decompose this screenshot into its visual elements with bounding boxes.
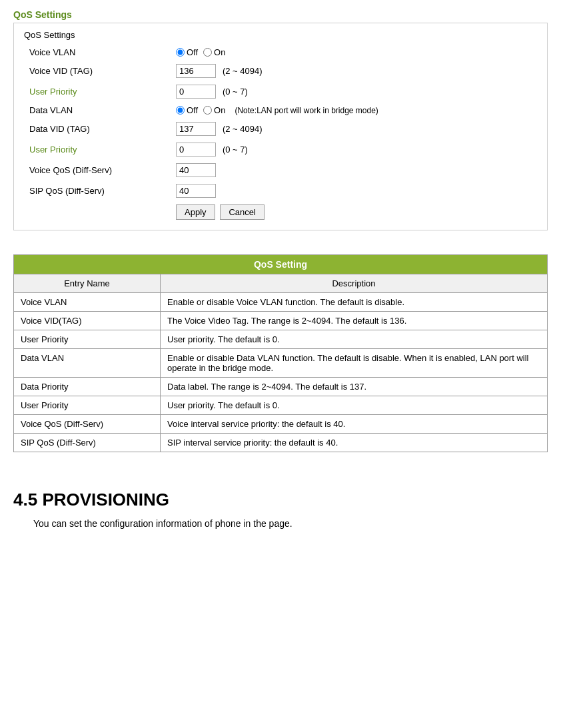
ref-entry-name: Data VLAN: [14, 349, 161, 378]
ref-entry-desc: Data label. The range is 2~4094. The def…: [161, 378, 548, 396]
table-row: Voice QoS (Diff-Serv): [24, 160, 537, 181]
ref-entry-name: Voice VLAN: [14, 293, 161, 312]
cancel-button[interactable]: Cancel: [220, 204, 264, 220]
ref-entry-name: Data Priority: [14, 378, 161, 396]
voice-vlan-on-radio[interactable]: [203, 48, 212, 57]
user-priority-2-input[interactable]: [176, 143, 216, 157]
user-priority-1-input[interactable]: [176, 85, 216, 99]
voice-vlan-off-label[interactable]: Off: [176, 47, 198, 57]
sip-qos-input[interactable]: [176, 184, 216, 198]
qos-form-table: Voice VLAN Off On Voice VID (TAG): [24, 44, 537, 223]
data-vlan-on-radio[interactable]: [203, 106, 212, 115]
sip-qos-label: SIP QoS (Diff-Serv): [24, 181, 171, 201]
qos-box-label: QoS Settings: [24, 30, 537, 40]
ref-entry-desc: The Voice Video Tag. The range is 2~4094…: [161, 312, 548, 330]
ref-col2-header: Description: [161, 274, 548, 293]
ref-entry-name: User Priority: [14, 396, 161, 415]
voice-vid-control: (2 ~ 4094): [171, 61, 537, 81]
ref-entry-desc: Enable or disable Voice VLAN function. T…: [161, 293, 548, 312]
user-priority-1-label: User Priority: [24, 81, 171, 102]
ref-entry-desc: SIP interval service priority: the defau…: [161, 434, 548, 452]
voice-vid-hint: (2 ~ 4094): [223, 66, 263, 76]
voice-qos-control: [171, 160, 537, 181]
section-body-text: You can set the configuration informatio…: [33, 518, 548, 529]
ref-entry-desc: User priority. The default is 0.: [161, 330, 548, 349]
voice-qos-label: Voice QoS (Diff-Serv): [24, 160, 171, 181]
table-row: Voice VID(TAG)The Voice Video Tag. The r…: [14, 312, 548, 330]
data-vlan-note: (Note:LAN port will work in bridge mode): [235, 106, 378, 115]
user-priority-2-label: User Priority: [24, 139, 171, 160]
ref-table-header: QoS Setting: [14, 255, 548, 274]
button-row: Apply Cancel: [24, 201, 537, 223]
ref-entry-name: Voice VID(TAG): [14, 312, 161, 330]
data-vlan-off-label[interactable]: Off: [176, 105, 198, 115]
user-priority-2-hint: (0 ~ 7): [223, 145, 248, 155]
table-row: Data VLANEnable or disable Data VLAN fun…: [14, 349, 548, 378]
table-row: Voice QoS (Diff-Serv)Voice interval serv…: [14, 415, 548, 434]
table-row: Voice VLANEnable or disable Voice VLAN f…: [14, 293, 548, 312]
voice-vlan-label: Voice VLAN: [24, 44, 171, 61]
data-vlan-on-label[interactable]: On: [203, 105, 225, 115]
qos-settings-box: QoS Settings Voice VLAN Off On: [13, 23, 548, 230]
ref-entry-desc: User priority. The default is 0.: [161, 396, 548, 415]
data-vlan-off-radio[interactable]: [176, 106, 185, 115]
data-vid-hint: (2 ~ 4094): [223, 124, 263, 134]
qos-page-title: QoS Settings: [13, 7, 548, 23]
user-priority-1-control: (0 ~ 7): [171, 81, 537, 102]
section-title-caps: PROVISIONING: [42, 490, 169, 510]
data-vid-control: (2 ~ 4094): [171, 119, 537, 139]
data-vlan-control: Off On (Note:LAN port will work in bridg…: [171, 102, 537, 119]
ref-entry-desc: Voice interval service priority: the def…: [161, 415, 548, 434]
table-row: Voice VID (TAG) (2 ~ 4094): [24, 61, 537, 81]
voice-vlan-on-label[interactable]: On: [203, 47, 225, 57]
table-row: SIP QoS (Diff-Serv)SIP interval service …: [14, 434, 548, 452]
sip-qos-control: [171, 181, 537, 201]
voice-qos-input[interactable]: [176, 163, 216, 177]
voice-vlan-control: Off On: [171, 44, 537, 61]
section-body: You can set the configuration informatio…: [33, 518, 548, 529]
user-priority-2-control: (0 ~ 7): [171, 139, 537, 160]
ref-entry-name: Voice QoS (Diff-Serv): [14, 415, 161, 434]
ref-col1-header: Entry Name: [14, 274, 161, 293]
qos-title-text: QoS Settings: [13, 9, 72, 20]
table-row: Data VID (TAG) (2 ~ 4094): [24, 119, 537, 139]
table-row: User PriorityUser priority. The default …: [14, 396, 548, 415]
section-number: 4.5: [13, 490, 42, 510]
table-row: Voice VLAN Off On: [24, 44, 537, 61]
table-row: User PriorityUser priority. The default …: [14, 330, 548, 349]
ref-entry-desc: Enable or disable Data VLAN function. Th…: [161, 349, 548, 378]
ref-entry-name: SIP QoS (Diff-Serv): [14, 434, 161, 452]
section-heading: 4.5 PROVISIONING: [13, 490, 548, 510]
table-row: Data VLAN Off On (Note:LAN port will wor…: [24, 102, 537, 119]
ref-entry-name: User Priority: [14, 330, 161, 349]
apply-button[interactable]: Apply: [176, 204, 215, 220]
voice-vid-input[interactable]: [176, 64, 216, 78]
table-row: SIP QoS (Diff-Serv): [24, 181, 537, 201]
data-vlan-label: Data VLAN: [24, 102, 171, 119]
reference-table: QoS Setting Entry Name Description Voice…: [13, 254, 548, 452]
voice-vlan-off-radio[interactable]: [176, 48, 185, 57]
table-row: User Priority (0 ~ 7): [24, 81, 537, 102]
data-vid-label: Data VID (TAG): [24, 119, 171, 139]
table-row: User Priority (0 ~ 7): [24, 139, 537, 160]
voice-vid-label: Voice VID (TAG): [24, 61, 171, 81]
user-priority-1-hint: (0 ~ 7): [223, 87, 248, 97]
data-vid-input[interactable]: [176, 122, 216, 136]
table-row: Data PriorityData label. The range is 2~…: [14, 378, 548, 396]
